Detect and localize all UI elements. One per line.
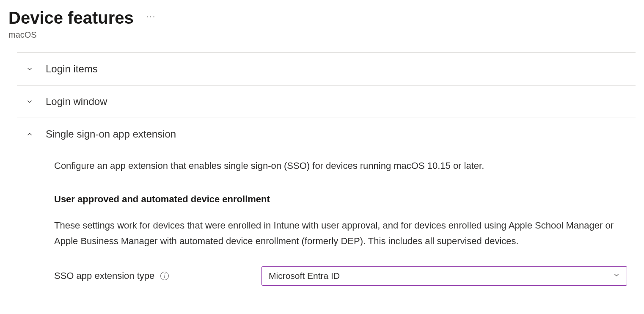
accordion-header-login-items[interactable]: Login items (17, 61, 636, 77)
info-icon[interactable]: i (160, 272, 169, 280)
form-row-extension-type: SSO app extension type i Microsoft Entra… (54, 266, 627, 286)
page-subtitle: macOS (8, 30, 636, 40)
accordion-title: Login window (46, 96, 107, 107)
accordion-title: Single sign-on app extension (46, 128, 176, 140)
chevron-down-icon (25, 97, 34, 106)
accordion-header-sso[interactable]: Single sign-on app extension (17, 127, 636, 142)
section-sso: Single sign-on app extension Configure a… (17, 118, 636, 294)
sso-subheading: User approved and automated device enrol… (54, 194, 627, 205)
accordion-content: Configure an app extension that enables … (17, 142, 636, 286)
extension-type-label: SSO app extension type i (54, 270, 253, 281)
more-icon[interactable]: ··· (146, 11, 156, 25)
sso-description: Configure an app extension that enables … (54, 159, 627, 173)
chevron-down-icon (25, 65, 34, 73)
section-login-window: Login window (17, 85, 636, 118)
sso-body-text: These settings work for devices that wer… (54, 218, 627, 249)
select-wrapper: Microsoft Entra ID (261, 266, 627, 286)
page-header: Device features ··· macOS (8, 8, 636, 40)
accordion-title: Login items (46, 63, 98, 75)
chevron-up-icon (25, 130, 34, 138)
section-login-items: Login items (17, 52, 636, 85)
extension-type-select[interactable]: Microsoft Entra ID (261, 266, 627, 286)
page-title-row: Device features ··· (8, 8, 636, 28)
accordion-header-login-window[interactable]: Login window (17, 94, 636, 109)
page-title: Device features (8, 8, 134, 28)
label-text: SSO app extension type (54, 270, 154, 281)
